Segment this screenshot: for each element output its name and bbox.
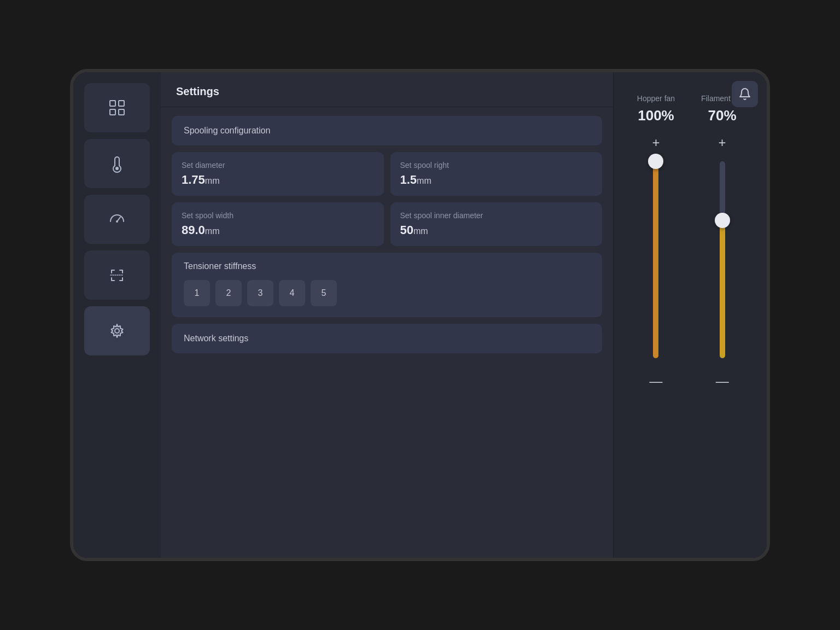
hopper-fan-slider-track[interactable] bbox=[653, 161, 658, 358]
set-spool-inner-card[interactable]: Set spool inner diameter 50mm bbox=[390, 202, 603, 246]
network-settings-card[interactable]: Network settings bbox=[172, 324, 602, 353]
spooling-configuration-card[interactable]: Spooling configuration bbox=[172, 116, 602, 145]
tensioner-btn-4[interactable]: 4 bbox=[279, 280, 305, 306]
spooling-title: Spooling configuration bbox=[184, 126, 270, 135]
set-diameter-value: 1.75mm bbox=[182, 173, 374, 187]
settings-header: Settings bbox=[161, 72, 613, 107]
settings-gear-icon bbox=[107, 321, 127, 341]
app-container: Settings Spooling configuration Set diam… bbox=[73, 72, 767, 558]
set-spool-right-value: 1.5mm bbox=[400, 173, 593, 187]
svg-rect-1 bbox=[119, 101, 124, 106]
device-frame: Settings Spooling configuration Set diam… bbox=[70, 69, 770, 561]
hopper-fan-percent: 100% bbox=[638, 107, 674, 124]
filament-fan-slider-track[interactable] bbox=[720, 161, 725, 358]
sidebar-item-scan[interactable] bbox=[84, 250, 150, 300]
fans-container: Hopper fan 100% + — Filament fan 70% + bbox=[614, 83, 767, 391]
bell-icon bbox=[738, 88, 751, 101]
svg-point-4 bbox=[115, 167, 119, 170]
scan-icon bbox=[107, 265, 127, 285]
sidebar-item-temperature[interactable] bbox=[84, 139, 150, 188]
set-spool-right-card[interactable]: Set spool right 1.5mm bbox=[390, 152, 603, 196]
set-spool-width-value: 89.0mm bbox=[182, 223, 374, 237]
filament-fan-plus-button[interactable]: + bbox=[713, 133, 732, 153]
sidebar bbox=[73, 72, 161, 558]
svg-rect-2 bbox=[110, 109, 115, 115]
filament-fan-percent: 70% bbox=[708, 107, 737, 124]
tensioner-label: Tensioner stiffness bbox=[184, 261, 590, 271]
tensioner-btn-2[interactable]: 2 bbox=[215, 280, 242, 306]
set-diameter-label: Set diameter bbox=[182, 161, 374, 170]
hopper-fan-label: Hopper fan bbox=[637, 94, 675, 103]
set-spool-inner-value: 50mm bbox=[400, 223, 593, 237]
filament-fan-control: Filament fan 70% + — bbox=[701, 94, 743, 391]
filament-fan-minus-button[interactable]: — bbox=[713, 371, 732, 391]
grid-icon bbox=[107, 98, 127, 118]
sidebar-item-settings[interactable] bbox=[84, 306, 150, 355]
settings-title: Settings bbox=[176, 85, 219, 97]
sidebar-item-grid[interactable] bbox=[84, 83, 150, 132]
filament-fan-slider-fill bbox=[720, 220, 725, 358]
main-content: Settings Spooling configuration Set diam… bbox=[161, 72, 614, 558]
set-spool-width-label: Set spool width bbox=[182, 211, 374, 220]
temperature-icon bbox=[107, 154, 127, 173]
svg-rect-0 bbox=[110, 101, 115, 106]
set-spool-width-card[interactable]: Set spool width 89.0mm bbox=[172, 202, 384, 246]
svg-point-6 bbox=[116, 220, 118, 223]
settings-body: Spooling configuration Set diameter 1.75… bbox=[161, 107, 613, 362]
hopper-fan-slider-thumb[interactable] bbox=[648, 154, 663, 169]
tensioner-btn-1[interactable]: 1 bbox=[184, 280, 210, 306]
svg-point-8 bbox=[115, 329, 119, 333]
hopper-fan-slider-fill bbox=[653, 161, 658, 358]
speed-icon bbox=[107, 209, 127, 229]
svg-rect-3 bbox=[119, 109, 124, 115]
fan-panel: Hopper fan 100% + — Filament fan 70% + bbox=[614, 72, 767, 558]
set-spool-right-label: Set spool right bbox=[400, 161, 593, 170]
notification-button[interactable] bbox=[732, 81, 758, 107]
tensioner-btn-3[interactable]: 3 bbox=[247, 280, 273, 306]
set-diameter-card[interactable]: Set diameter 1.75mm bbox=[172, 152, 384, 196]
set-spool-inner-label: Set spool inner diameter bbox=[400, 211, 593, 220]
tensioner-card: Tensioner stiffness 1 2 3 4 5 bbox=[172, 253, 602, 317]
hopper-fan-control: Hopper fan 100% + — bbox=[637, 94, 675, 391]
network-title: Network settings bbox=[184, 334, 248, 343]
tensioner-buttons: 1 2 3 4 5 bbox=[184, 280, 590, 306]
hopper-fan-plus-button[interactable]: + bbox=[646, 133, 666, 153]
filament-fan-slider-thumb[interactable] bbox=[715, 213, 730, 228]
tensioner-btn-5[interactable]: 5 bbox=[311, 280, 337, 306]
spool-row: Set spool width 89.0mm Set spool inner d… bbox=[172, 202, 602, 246]
sidebar-item-speed[interactable] bbox=[84, 195, 150, 244]
hopper-fan-minus-button[interactable]: — bbox=[646, 371, 666, 391]
diameter-row: Set diameter 1.75mm Set spool right 1.5m… bbox=[172, 152, 602, 196]
